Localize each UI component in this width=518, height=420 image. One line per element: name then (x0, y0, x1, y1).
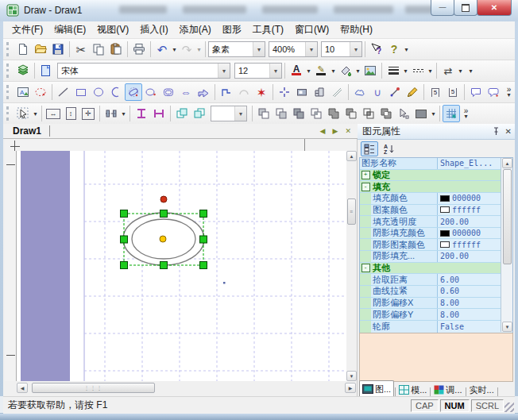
grid-toggle-button[interactable] (443, 105, 460, 122)
close-button[interactable]: ✕ (477, 0, 512, 16)
scroll-down-button[interactable]: ▼ (346, 371, 357, 381)
resize-grip[interactable] (504, 403, 514, 412)
thin-line-tool-button[interactable] (328, 83, 346, 101)
dimension-h-button[interactable]: 5 (427, 83, 444, 101)
callout-tool-button[interactable] (467, 83, 485, 101)
ungroup-button[interactable] (273, 105, 290, 122)
category-row-fill[interactable]: - 填充 (360, 181, 512, 193)
drawing-canvas[interactable] (17, 151, 346, 381)
tab-palette[interactable]: 调... (431, 383, 464, 397)
menu-view[interactable]: 视图(V) (91, 21, 134, 38)
new-button[interactable] (14, 40, 32, 58)
open-button[interactable] (32, 40, 49, 58)
scroll-up-button[interactable]: ▲ (346, 151, 357, 161)
line-width-button[interactable] (385, 62, 402, 79)
arrow-style-dropdown[interactable]: ▾ (457, 67, 464, 75)
combine-button[interactable] (290, 105, 307, 122)
rounded-callout-tool-button[interactable] (485, 83, 502, 101)
menu-insert[interactable]: 插入(I) (134, 21, 173, 38)
font-color-button[interactable]: A (288, 62, 305, 79)
dash-style-dropdown[interactable]: ▾ (427, 67, 434, 75)
bring-forward-button[interactable] (173, 105, 191, 122)
grid-scroll-down-button[interactable]: ▼ (502, 322, 512, 332)
layers-button[interactable] (14, 62, 32, 79)
node-edit-button[interactable] (395, 105, 412, 122)
chevron-down-icon[interactable]: ▾ (234, 106, 246, 121)
fill-mode-dropdown[interactable]: ▾ (430, 110, 437, 118)
cut-button[interactable]: ✂ (72, 40, 90, 58)
ucurve-tool-button[interactable]: ∪ (369, 83, 386, 101)
toolbar-grip[interactable] (6, 64, 11, 78)
line-tool-button[interactable] (55, 83, 72, 101)
union-button[interactable] (325, 105, 342, 122)
pie-tool-button[interactable] (142, 83, 160, 101)
undo-button[interactable]: ↶ (153, 40, 171, 58)
star-tool-button[interactable]: ✶ (253, 83, 270, 101)
select-tool-button[interactable] (14, 105, 32, 122)
polyline-tool-button[interactable] (218, 83, 235, 101)
unit-combobox[interactable]: 象素 ▾ (208, 41, 265, 57)
redo-dropdown[interactable]: ▾ (195, 46, 203, 53)
toolbar-grip[interactable] (6, 85, 11, 99)
font-name-combobox[interactable]: 宋体 ▾ (57, 63, 230, 79)
bent-arrow-tool-button[interactable] (195, 83, 212, 101)
structure-tool-button[interactable] (311, 83, 328, 101)
tab-element-properties[interactable]: 图... (359, 380, 394, 397)
toolbar-grip[interactable] (6, 42, 11, 56)
curve-tool-button[interactable] (235, 83, 253, 101)
dimension-v-button[interactable]: 5 (444, 83, 462, 101)
intersect-button[interactable] (360, 105, 377, 122)
panel-close-icon[interactable]: ✕ (505, 127, 512, 136)
same-height-button[interactable]: ↕ (62, 105, 79, 122)
fill-mode-button[interactable] (412, 105, 430, 122)
ellipse-tool-button[interactable] (90, 83, 107, 101)
menu-tools[interactable]: 工具(T) (247, 21, 289, 38)
dash-style-button[interactable] (409, 62, 427, 79)
menu-shape[interactable]: 图形 (217, 21, 247, 38)
chevron-down-icon[interactable]: ▾ (350, 42, 361, 56)
group-button[interactable] (255, 105, 273, 122)
property-row-outline[interactable]: 轮廓 False (360, 321, 512, 333)
fill-color-dropdown[interactable]: ▾ (354, 67, 361, 75)
menu-window[interactable]: 窗口(W) (289, 21, 334, 38)
redo-button[interactable]: ↷ (178, 40, 195, 58)
toolbar-overflow-dropdown[interactable]: ▾ (467, 67, 474, 75)
toolbar-overflow[interactable]: » ▾ (462, 108, 470, 119)
xor-button[interactable] (377, 105, 395, 122)
center-horizontal-button[interactable] (150, 105, 168, 122)
toolbar-overflow[interactable]: » ▾ (505, 87, 512, 98)
center-vertical-button[interactable] (133, 105, 150, 122)
property-row-shadow-pattern-color[interactable]: 阴影图案颜色 ffffff (360, 239, 512, 251)
property-row-shadow-fill-color[interactable]: 阴影填充颜色 000000 (360, 228, 512, 240)
menu-edit[interactable]: 编辑(E) (48, 21, 91, 38)
arc-tool-button[interactable] (107, 83, 125, 101)
grid-scroll-up-button[interactable]: ▲ (502, 158, 512, 168)
line-color-dropdown[interactable]: ▾ (330, 67, 337, 75)
panel-header[interactable]: 图元属性 ✕ (358, 124, 515, 140)
subtract-button[interactable] (342, 105, 360, 122)
menu-help[interactable]: 帮助(H) (334, 21, 378, 38)
distribute-dropdown[interactable]: ▾ (120, 110, 127, 118)
fragment-button[interactable] (307, 105, 325, 122)
prev-tab-icon[interactable]: ◀ (320, 127, 326, 135)
property-row-pick-distance[interactable]: 拾取距离 6.00 (360, 274, 512, 286)
property-row-shadow-offset-y[interactable]: 阴影偏移Y 8.00 (360, 309, 512, 321)
paste-button[interactable] (107, 40, 125, 58)
undo-dropdown[interactable]: ▾ (171, 46, 178, 53)
align-node-button[interactable] (276, 83, 293, 101)
double-arrow-tool-button[interactable]: ⇔ (177, 83, 195, 101)
chevron-down-icon[interactable]: ▾ (218, 64, 230, 78)
page-setup-button[interactable] (37, 62, 55, 79)
texture-button[interactable] (361, 62, 379, 79)
property-row-curve-tension[interactable]: 曲线拉紧 0.60 (360, 286, 512, 298)
rectangle-tool-button[interactable] (72, 83, 90, 101)
red-ellipse-tool-button[interactable] (32, 83, 49, 101)
expand-toggle[interactable]: - (361, 183, 370, 191)
alphabetical-sort-button[interactable]: A Z (381, 141, 398, 156)
pencil-tool-button[interactable] (404, 83, 421, 101)
context-help-button[interactable]: ? (368, 40, 385, 58)
rounded-rect-tool-button[interactable] (160, 83, 177, 101)
title-bar[interactable]: Draw - Draw1 — ✕ (0, 0, 518, 22)
menu-add[interactable]: 添加(A) (174, 21, 217, 38)
property-row-shadow-fill-opacity[interactable]: 阴影填充... 200.00 (360, 251, 512, 263)
